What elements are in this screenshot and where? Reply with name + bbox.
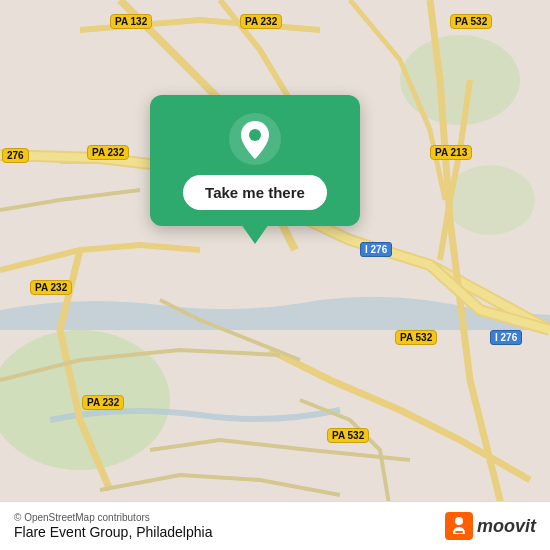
svg-point-3 — [445, 165, 535, 235]
road-badge-pa232-lower-left: PA 232 — [30, 280, 72, 295]
location-label: Flare Event Group, Philadelphia — [14, 524, 212, 540]
take-me-there-button[interactable]: Take me there — [183, 175, 327, 210]
bottom-bar: © OpenStreetMap contributors Flare Event… — [0, 501, 550, 550]
svg-point-7 — [455, 517, 463, 525]
road-badge-pa232-mid-left: PA 232 — [87, 145, 129, 160]
map-svg — [0, 0, 550, 550]
road-badge-i276-mid: I 276 — [360, 242, 392, 257]
moovit-brand-text: moovit — [477, 516, 536, 537]
moovit-icon-svg — [445, 512, 473, 540]
bottom-left-section: © OpenStreetMap contributors Flare Event… — [14, 512, 212, 540]
osm-attribution: © OpenStreetMap contributors — [14, 512, 212, 523]
svg-point-2 — [400, 35, 520, 125]
road-badge-pa132: PA 132 — [110, 14, 152, 29]
road-badge-pa532-top: PA 532 — [450, 14, 492, 29]
road-badge-pa213: PA 213 — [430, 145, 472, 160]
pin-icon — [229, 113, 281, 165]
road-badge-pa232-top: PA 232 — [240, 14, 282, 29]
map-container: PA 132 PA 232 PA 532 276 PA 232 PA 213 I… — [0, 0, 550, 550]
moovit-logo: moovit — [445, 512, 536, 540]
road-badge-pa276-left: 276 — [2, 148, 29, 163]
road-badge-pa532-bottom: PA 532 — [327, 428, 369, 443]
svg-rect-8 — [455, 531, 463, 533]
popup-card: Take me there — [150, 95, 360, 226]
road-badge-pa532-lower: PA 532 — [395, 330, 437, 345]
road-badge-pa232-bottom: PA 232 — [82, 395, 124, 410]
svg-point-5 — [249, 129, 261, 141]
svg-rect-6 — [445, 512, 473, 540]
road-badge-i276-right: I 276 — [490, 330, 522, 345]
